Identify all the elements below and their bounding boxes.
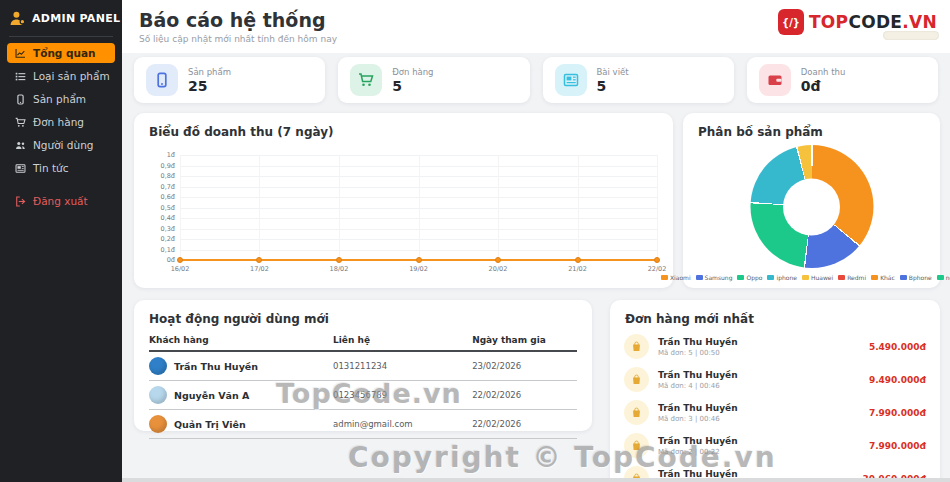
- sidebar-item-logout[interactable]: Đăng xuất: [7, 191, 115, 211]
- legend-label: Redmi: [847, 274, 866, 281]
- sidebar-item-san-pham[interactable]: Sản phẩm: [7, 89, 115, 109]
- order-list-item[interactable]: Trần Thu HuyềnMã đơn: 5 | 00:505.490.000…: [624, 334, 926, 359]
- user-name-cell: Trần Thu Huyền: [149, 357, 333, 375]
- user-contact: 0123456789: [333, 390, 472, 400]
- sidebar-item-label: Tổng quan: [33, 47, 96, 59]
- page-subtitle: Số liệu cập nhật mới nhất tính đến hôm n…: [139, 34, 950, 44]
- y-axis-tick: 0,3đ: [161, 225, 175, 233]
- main-content: Báo cáo hệ thống Số liệu cập nhật mới nh…: [122, 0, 950, 482]
- legend-item-khác[interactable]: Khác: [871, 274, 895, 281]
- table-row: Nguyễn Văn A012345678922/02/2026: [149, 381, 577, 410]
- logout-icon: [15, 196, 26, 207]
- sidebar-item-tin-tuc[interactable]: Tin tức: [7, 158, 115, 178]
- sidebar-item-label: Loại sản phẩm: [33, 70, 110, 82]
- order-customer-name: Trần Thu Huyền: [658, 469, 738, 479]
- x-axis-tick: 16/02: [171, 265, 190, 273]
- legend-item-xiaomi[interactable]: Xiaomi: [661, 274, 691, 281]
- sidebar: ADMIN PANEL Tổng quanLoại sản phẩmSản ph…: [0, 0, 122, 482]
- sidebar-item-nguoi-dung[interactable]: Người dùng: [7, 135, 115, 155]
- wallet-icon: [759, 64, 791, 96]
- user-name-cell: Nguyễn Văn A: [149, 386, 333, 404]
- legend-item-huawei[interactable]: Huawei: [802, 274, 833, 281]
- mobile-icon: [15, 94, 26, 105]
- legend-swatch: [737, 275, 744, 280]
- sidebar-item-loai-san-pham[interactable]: Loại sản phẩm: [7, 66, 115, 86]
- avatar: [149, 386, 167, 404]
- legend-label: Xiaomi: [670, 274, 691, 281]
- order-text: Trần Thu HuyềnMã đơn: 5 | 00:50: [658, 337, 738, 357]
- order-amount: 5.490.000đ: [869, 342, 926, 352]
- y-axis-tick: 0,8đ: [161, 172, 175, 180]
- data-point: [654, 257, 660, 263]
- user-join-date: 23/02/2026: [472, 361, 577, 371]
- table-row: Quản Trị Viênadmin@gmail.com22/02/2026: [149, 410, 577, 439]
- y-axis-tick: 0,5đ: [161, 204, 175, 212]
- y-axis-tick: 0,6đ: [161, 193, 175, 201]
- cart-icon: [15, 117, 26, 128]
- data-point: [495, 257, 501, 263]
- legend-item-redmi[interactable]: Redmi: [838, 274, 866, 281]
- legend-item-samsung[interactable]: Samsung: [696, 274, 733, 281]
- y-axis-tick: 0,2đ: [161, 235, 175, 243]
- stat-text: Bài viết5: [597, 67, 629, 94]
- table-row: Trần Thu Huyền013121123423/02/2026: [149, 352, 577, 381]
- legend-swatch: [802, 275, 809, 280]
- legend-swatch: [767, 275, 774, 280]
- order-meta: Mã đơn: 3 | 00:46: [658, 415, 738, 423]
- legend-swatch: [838, 275, 845, 280]
- stat-label: Đơn hàng: [392, 67, 433, 77]
- news-icon: [15, 163, 26, 174]
- legend-label: Bphone: [909, 274, 932, 281]
- legend-label: Khác: [880, 274, 895, 281]
- gridline: [578, 155, 579, 260]
- users-table-body: Trần Thu Huyền013121123423/02/2026Nguyễn…: [134, 352, 592, 439]
- y-axis-tick: 1đ: [167, 151, 175, 159]
- topcode-logo[interactable]: {/} TOPCODE.VN: [778, 9, 937, 35]
- order-list-item[interactable]: Trần Thu HuyềnMã đơn: 4 | 00:469.490.000…: [624, 367, 926, 392]
- bag-icon: [624, 334, 649, 359]
- admin-dashboard: ADMIN PANEL Tổng quanLoại sản phẩmSản ph…: [0, 0, 950, 482]
- stat-value: 5: [392, 78, 433, 94]
- order-meta: Mã đơn: 2 | 00:22: [658, 448, 738, 456]
- x-axis-tick: 18/02: [330, 265, 349, 273]
- user-name: Quản Trị Viên: [174, 419, 246, 430]
- list-icon: [15, 71, 26, 82]
- mobile-icon: [146, 64, 178, 96]
- users-icon: [15, 140, 26, 151]
- code-brackets-icon: {/}: [778, 9, 804, 35]
- order-customer-name: Trần Thu Huyền: [658, 370, 738, 380]
- legend-item-nokia[interactable]: nokia: [937, 274, 950, 281]
- x-axis-tick: 22/02: [648, 265, 667, 273]
- y-axis-tick: 0đ: [167, 256, 175, 264]
- stat-card-1: Đơn hàng5: [338, 57, 529, 103]
- user-contact: admin@gmail.com: [333, 419, 472, 429]
- order-meta: Mã đơn: 5 | 00:50: [658, 349, 738, 357]
- admin-user-icon: [9, 10, 26, 27]
- legend-swatch: [696, 275, 703, 280]
- order-list-item[interactable]: Trần Thu HuyềnMã đơn: 3 | 00:467.990.000…: [624, 400, 926, 425]
- revenue-line-chart: 1đ0,9đ0,8đ0,7đ0,6đ0,5đ0,4đ0,3đ0,2đ0,1đ0đ…: [180, 155, 657, 260]
- sidebar-item-tong-quan[interactable]: Tổng quan: [7, 43, 115, 63]
- stat-value: 0đ: [801, 78, 846, 94]
- legend-swatch: [871, 275, 878, 280]
- legend-label: Samsung: [705, 274, 733, 281]
- user-name: Nguyễn Văn A: [174, 390, 249, 401]
- legend-item-bphone[interactable]: Bphone: [900, 274, 932, 281]
- legend-item-iphone[interactable]: iphone: [767, 274, 796, 281]
- user-name-cell: Quản Trị Viên: [149, 415, 333, 433]
- legend-item-oppo[interactable]: Oppo: [737, 274, 762, 281]
- y-axis-tick: 0,1đ: [161, 246, 175, 254]
- order-list-item[interactable]: Trần Thu HuyềnMã đơn: 2 | 00:227.990.000…: [624, 433, 926, 458]
- stat-label: Bài viết: [597, 67, 629, 77]
- legend-swatch: [937, 275, 944, 280]
- x-axis-tick: 19/02: [409, 265, 428, 273]
- latest-orders-card: Đơn hàng mới nhất Trần Thu HuyềnMã đơn: …: [610, 300, 940, 482]
- order-customer-name: Trần Thu Huyền: [658, 403, 738, 413]
- product-distribution-donut: [750, 145, 873, 268]
- sidebar-item-don-hang[interactable]: Đơn hàng: [7, 112, 115, 132]
- bag-icon: [624, 367, 649, 392]
- chart-line-icon: [15, 48, 26, 59]
- legend-label: Huawei: [811, 274, 833, 281]
- stats-row: Sản phẩm25Đơn hàng5Bài viết5Doanh thu0đ: [134, 57, 938, 103]
- sidebar-item-label: Tin tức: [33, 162, 69, 174]
